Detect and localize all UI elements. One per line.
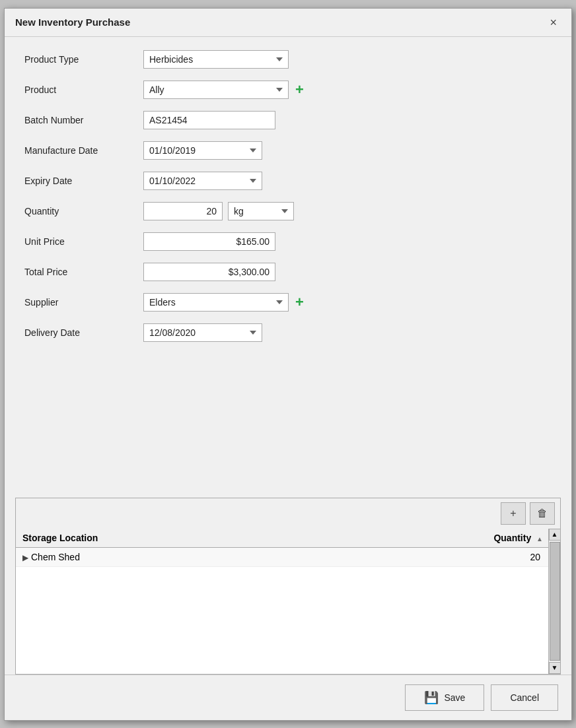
- unit-price-label: Unit Price: [24, 236, 143, 247]
- product-label: Product: [24, 84, 143, 95]
- unit-price-control: [143, 232, 275, 251]
- quantity-control: kg: [143, 202, 294, 220]
- col-storage-location: Storage Location: [16, 529, 314, 548]
- add-product-button[interactable]: +: [294, 83, 305, 97]
- manufacture-date-control: 01/10/2019: [143, 141, 262, 160]
- scroll-up-col-icon[interactable]: ▲: [536, 535, 543, 543]
- cancel-label: Cancel: [510, 692, 539, 703]
- total-price-row: Total Price: [24, 263, 552, 281]
- col-quantity: Quantity ▲: [314, 529, 560, 548]
- product-type-label: Product Type: [24, 54, 143, 65]
- scroll-down-button[interactable]: ▼: [549, 662, 561, 674]
- batch-number-label: Batch Number: [24, 115, 143, 125]
- batch-number-control: [143, 111, 275, 129]
- table-toolbar: + 🗑: [16, 498, 560, 529]
- row-arrow-icon: ▶: [22, 553, 28, 562]
- manufacture-date-label: Manufacture Date: [24, 145, 143, 156]
- location-cell: ▶Chem Shed: [16, 547, 314, 566]
- expiry-date-control: 01/10/2022: [143, 172, 262, 190]
- close-button[interactable]: ×: [546, 15, 561, 30]
- expiry-date-label: Expiry Date: [24, 176, 143, 186]
- add-supplier-button[interactable]: +: [294, 295, 305, 310]
- save-label: Save: [444, 692, 465, 703]
- form-area: Product Type Herbicides Product Ally + B…: [5, 37, 571, 498]
- storage-table-container: Storage Location Quantity ▲ ▶Chem Shed 2…: [16, 529, 560, 674]
- manufacture-date-row: Manufacture Date 01/10/2019: [24, 141, 552, 160]
- product-type-row: Product Type Herbicides: [24, 50, 552, 69]
- delivery-date-select[interactable]: 12/08/2020: [143, 323, 262, 342]
- manufacture-date-select[interactable]: 01/10/2019: [143, 141, 262, 160]
- total-price-control: [143, 263, 275, 281]
- supplier-row: Supplier Elders +: [24, 293, 552, 312]
- product-row: Product Ally +: [24, 81, 552, 99]
- new-inventory-purchase-dialog: New Inventory Purchase × Product Type He…: [4, 8, 572, 721]
- storage-table-section: + 🗑 Storage Location Quantity ▲: [15, 498, 561, 675]
- product-type-control: Herbicides: [143, 50, 289, 69]
- delivery-date-row: Delivery Date 12/08/2020: [24, 323, 552, 342]
- add-storage-icon: +: [510, 508, 516, 519]
- scroll-up-button[interactable]: ▲: [549, 529, 561, 541]
- unit-select[interactable]: kg: [228, 202, 294, 220]
- delete-storage-button[interactable]: 🗑: [530, 502, 555, 525]
- footer-area: 💾 Save Cancel: [5, 675, 571, 720]
- save-icon: 💾: [424, 690, 439, 705]
- scroll-thumb[interactable]: [550, 542, 560, 661]
- quantity-row: Quantity kg: [24, 202, 552, 220]
- table-scrollbar[interactable]: ▲ ▼: [548, 529, 560, 674]
- quantity-input[interactable]: [143, 202, 223, 220]
- quantity-label: Quantity: [24, 206, 143, 216]
- total-price-input[interactable]: [143, 263, 275, 281]
- storage-table: Storage Location Quantity ▲ ▶Chem Shed 2…: [16, 529, 560, 567]
- supplier-control: Elders +: [143, 293, 305, 312]
- expiry-date-row: Expiry Date 01/10/2022: [24, 172, 552, 190]
- trash-icon: 🗑: [537, 508, 548, 519]
- expiry-date-select[interactable]: 01/10/2022: [143, 172, 262, 190]
- delivery-date-label: Delivery Date: [24, 327, 143, 338]
- save-button[interactable]: 💾 Save: [405, 684, 484, 711]
- title-bar: New Inventory Purchase ×: [5, 9, 571, 37]
- delivery-date-control: 12/08/2020: [143, 323, 262, 342]
- cancel-button[interactable]: Cancel: [491, 684, 558, 711]
- unit-price-row: Unit Price: [24, 232, 552, 251]
- product-select[interactable]: Ally: [143, 81, 289, 99]
- total-price-label: Total Price: [24, 267, 143, 277]
- add-storage-button[interactable]: +: [501, 502, 526, 525]
- supplier-label: Supplier: [24, 297, 143, 308]
- supplier-select[interactable]: Elders: [143, 293, 289, 312]
- product-type-select[interactable]: Herbicides: [143, 50, 289, 69]
- product-control: Ally +: [143, 81, 305, 99]
- dialog-title: New Inventory Purchase: [15, 17, 130, 28]
- batch-number-input[interactable]: [143, 111, 275, 129]
- table-row[interactable]: ▶Chem Shed 20: [16, 547, 560, 566]
- batch-number-row: Batch Number: [24, 111, 552, 129]
- unit-price-input[interactable]: [143, 232, 275, 251]
- quantity-cell: 20: [314, 547, 560, 566]
